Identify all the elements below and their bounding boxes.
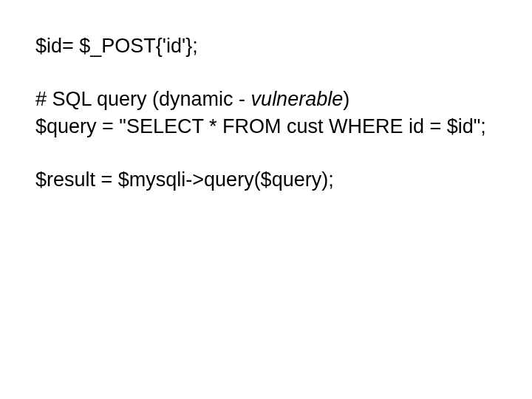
code-line-3: $query = "SELECT * FROM cust WHERE id = … <box>35 113 497 140</box>
blank-line-2 <box>35 140 497 166</box>
code-line-2a: # SQL query (dynamic - <box>35 88 251 110</box>
code-line-2b-italic: vulnerable <box>251 88 344 110</box>
code-line-2: # SQL query (dynamic - vulnerable) <box>35 86 497 112</box>
code-line-4: $result = $mysqli->query($query); <box>35 166 497 193</box>
code-line-2c: ) <box>343 88 349 110</box>
code-line-1: $id= $_POST{'id'}; <box>35 33 497 59</box>
blank-line-1 <box>35 59 497 86</box>
slide-body: $id= $_POST{'id'}; # SQL query (dynamic … <box>0 0 532 399</box>
